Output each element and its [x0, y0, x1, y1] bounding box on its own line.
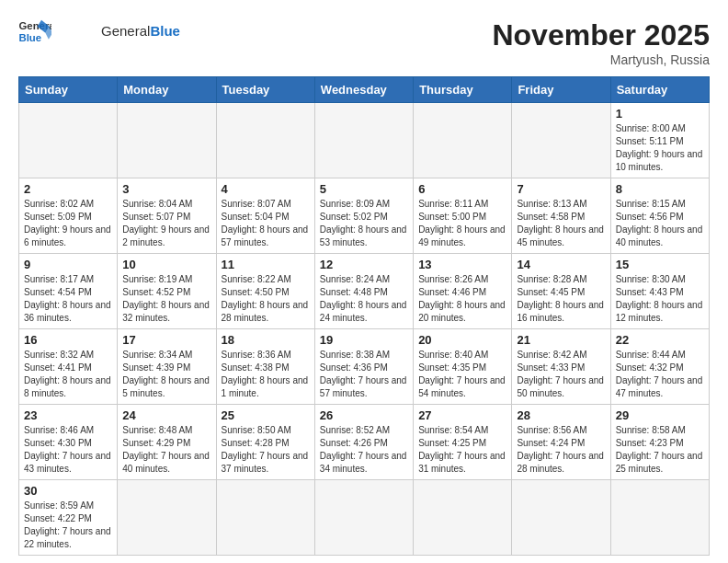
calendar-cell: 16Sunrise: 8:32 AM Sunset: 4:41 PM Dayli… [19, 329, 118, 405]
weekday-header-row: SundayMondayTuesdayWednesdayThursdayFrid… [19, 77, 710, 103]
day-info: Sunrise: 8:30 AM Sunset: 4:43 PM Dayligh… [616, 273, 704, 325]
day-number: 17 [122, 333, 210, 347]
day-info: Sunrise: 8:38 AM Sunset: 4:36 PM Dayligh… [320, 349, 408, 400]
weekday-header-friday: Friday [512, 77, 610, 103]
day-number: 25 [222, 408, 310, 422]
calendar-cell: 27Sunrise: 8:54 AM Sunset: 4:25 PM Dayli… [414, 405, 512, 480]
calendar-cell: 9Sunrise: 8:17 AM Sunset: 4:54 PM Daylig… [19, 254, 118, 329]
day-number: 14 [517, 258, 605, 271]
day-number: 18 [222, 333, 310, 347]
calendar-cell: 19Sunrise: 8:38 AM Sunset: 4:36 PM Dayli… [314, 329, 413, 405]
calendar-cell: 11Sunrise: 8:22 AM Sunset: 4:50 PM Dayli… [216, 254, 314, 329]
calendar-cell: 25Sunrise: 8:50 AM Sunset: 4:28 PM Dayli… [216, 405, 314, 480]
day-info: Sunrise: 8:00 AM Sunset: 5:11 PM Dayligh… [616, 122, 704, 174]
calendar-cell: 2Sunrise: 8:02 AM Sunset: 5:09 PM Daylig… [19, 178, 118, 254]
calendar-cell: 13Sunrise: 8:26 AM Sunset: 4:46 PM Dayli… [414, 254, 512, 329]
calendar-cell [314, 480, 413, 556]
title-area: November 2025 Martyush, Russia [492, 18, 710, 67]
day-info: Sunrise: 8:52 AM Sunset: 4:26 PM Dayligh… [320, 424, 408, 476]
day-info: Sunrise: 8:54 AM Sunset: 4:25 PM Dayligh… [418, 424, 506, 476]
logo-icon: General Blue [18, 18, 51, 44]
day-number: 24 [122, 408, 210, 422]
calendar-week-row: 23Sunrise: 8:46 AM Sunset: 4:30 PM Dayli… [19, 405, 710, 480]
day-number: 11 [222, 258, 310, 271]
calendar-cell: 5Sunrise: 8:09 AM Sunset: 5:02 PM Daylig… [314, 178, 413, 254]
day-info: Sunrise: 8:13 AM Sunset: 4:58 PM Dayligh… [517, 198, 605, 249]
day-info: Sunrise: 8:40 AM Sunset: 4:35 PM Dayligh… [418, 349, 506, 400]
day-info: Sunrise: 8:48 AM Sunset: 4:29 PM Dayligh… [122, 424, 210, 476]
calendar-cell: 29Sunrise: 8:58 AM Sunset: 4:23 PM Dayli… [610, 405, 709, 480]
calendar-week-row: 9Sunrise: 8:17 AM Sunset: 4:54 PM Daylig… [19, 254, 710, 329]
weekday-header-sunday: Sunday [19, 77, 118, 103]
calendar-cell [314, 103, 413, 178]
calendar-cell [610, 480, 709, 556]
calendar-cell: 4Sunrise: 8:07 AM Sunset: 5:04 PM Daylig… [216, 178, 314, 254]
day-number: 20 [418, 333, 506, 347]
calendar-cell: 3Sunrise: 8:04 AM Sunset: 5:07 PM Daylig… [118, 178, 216, 254]
weekday-header-saturday: Saturday [610, 77, 709, 103]
day-info: Sunrise: 8:02 AM Sunset: 5:09 PM Dayligh… [24, 198, 112, 249]
day-number: 19 [320, 333, 408, 347]
day-number: 12 [320, 258, 408, 271]
calendar-cell: 6Sunrise: 8:11 AM Sunset: 5:00 PM Daylig… [414, 178, 512, 254]
day-number: 3 [122, 182, 210, 196]
day-info: Sunrise: 8:26 AM Sunset: 4:46 PM Dayligh… [418, 273, 506, 325]
day-number: 8 [616, 182, 704, 196]
day-info: Sunrise: 8:44 AM Sunset: 4:32 PM Dayligh… [616, 349, 704, 400]
day-number: 2 [24, 182, 112, 196]
calendar-week-row: 1Sunrise: 8:00 AM Sunset: 5:11 PM Daylig… [19, 103, 710, 178]
day-number: 26 [320, 408, 408, 422]
day-info: Sunrise: 8:17 AM Sunset: 4:54 PM Dayligh… [24, 273, 112, 325]
calendar-cell: 18Sunrise: 8:36 AM Sunset: 4:38 PM Dayli… [216, 329, 314, 405]
day-info: Sunrise: 8:28 AM Sunset: 4:45 PM Dayligh… [517, 273, 605, 325]
day-info: Sunrise: 8:42 AM Sunset: 4:33 PM Dayligh… [517, 349, 605, 400]
day-number: 5 [320, 182, 408, 196]
calendar-cell [118, 480, 216, 556]
calendar-cell: 17Sunrise: 8:34 AM Sunset: 4:39 PM Dayli… [118, 329, 216, 405]
svg-text:Blue: Blue [19, 32, 42, 43]
day-number: 1 [616, 107, 704, 121]
calendar-cell: 26Sunrise: 8:52 AM Sunset: 4:26 PM Dayli… [314, 405, 413, 480]
calendar-week-row: 30Sunrise: 8:59 AM Sunset: 4:22 PM Dayli… [19, 480, 710, 556]
calendar-cell: 24Sunrise: 8:48 AM Sunset: 4:29 PM Dayli… [118, 405, 216, 480]
day-number: 28 [517, 408, 605, 422]
day-number: 21 [517, 333, 605, 347]
day-info: Sunrise: 8:46 AM Sunset: 4:30 PM Dayligh… [24, 424, 112, 476]
calendar-cell: 22Sunrise: 8:44 AM Sunset: 4:32 PM Dayli… [610, 329, 709, 405]
day-number: 30 [24, 484, 112, 498]
day-number: 27 [418, 408, 506, 422]
calendar-cell [512, 480, 610, 556]
calendar-cell: 30Sunrise: 8:59 AM Sunset: 4:22 PM Dayli… [19, 480, 118, 556]
day-info: Sunrise: 8:22 AM Sunset: 4:50 PM Dayligh… [222, 273, 310, 325]
day-info: Sunrise: 8:09 AM Sunset: 5:02 PM Dayligh… [320, 198, 408, 249]
day-info: Sunrise: 8:56 AM Sunset: 4:24 PM Dayligh… [517, 424, 605, 476]
day-info: Sunrise: 8:19 AM Sunset: 4:52 PM Dayligh… [122, 273, 210, 325]
day-info: Sunrise: 8:59 AM Sunset: 4:22 PM Dayligh… [24, 500, 112, 551]
calendar: SundayMondayTuesdayWednesdayThursdayFrid… [18, 76, 710, 556]
header: General Blue GeneralBlue November 2025 M… [18, 18, 710, 67]
calendar-cell: 10Sunrise: 8:19 AM Sunset: 4:52 PM Dayli… [118, 254, 216, 329]
day-number: 13 [418, 258, 506, 271]
calendar-cell: 23Sunrise: 8:46 AM Sunset: 4:30 PM Dayli… [19, 405, 118, 480]
day-number: 16 [24, 333, 112, 347]
calendar-cell [216, 103, 314, 178]
calendar-cell [414, 103, 512, 178]
calendar-cell: 28Sunrise: 8:56 AM Sunset: 4:24 PM Dayli… [512, 405, 610, 480]
day-info: Sunrise: 8:04 AM Sunset: 5:07 PM Dayligh… [122, 198, 210, 249]
day-number: 4 [222, 182, 310, 196]
calendar-cell: 7Sunrise: 8:13 AM Sunset: 4:58 PM Daylig… [512, 178, 610, 254]
calendar-cell [414, 480, 512, 556]
day-info: Sunrise: 8:32 AM Sunset: 4:41 PM Dayligh… [24, 349, 112, 400]
day-info: Sunrise: 8:50 AM Sunset: 4:28 PM Dayligh… [222, 424, 310, 476]
calendar-cell [118, 103, 216, 178]
day-number: 29 [616, 408, 704, 422]
day-info: Sunrise: 8:07 AM Sunset: 5:04 PM Dayligh… [222, 198, 310, 249]
weekday-header-wednesday: Wednesday [314, 77, 413, 103]
logo: General Blue GeneralBlue [18, 18, 180, 44]
day-number: 7 [517, 182, 605, 196]
calendar-cell: 8Sunrise: 8:15 AM Sunset: 4:56 PM Daylig… [610, 178, 709, 254]
day-number: 6 [418, 182, 506, 196]
day-info: Sunrise: 8:58 AM Sunset: 4:23 PM Dayligh… [616, 424, 704, 476]
month-title: November 2025 [492, 18, 710, 52]
weekday-header-tuesday: Tuesday [216, 77, 314, 103]
